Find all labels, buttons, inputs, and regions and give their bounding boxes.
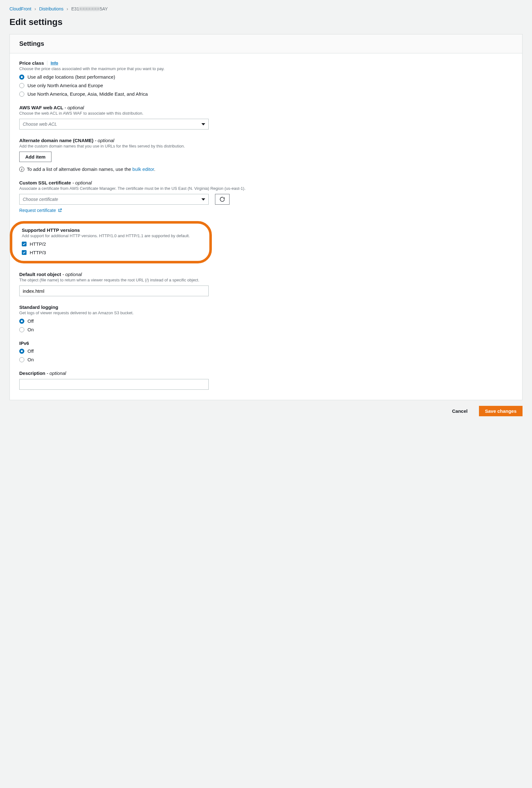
waf-label: AWS WAF web ACL - optional	[19, 105, 84, 110]
root-desc: The object (file name) to return when a …	[19, 278, 513, 282]
ssl-desc: Associate a certificate from AWS Certifi…	[19, 186, 513, 191]
save-button[interactable]: Save changes	[479, 406, 523, 416]
chevron-right-icon: ›	[35, 6, 36, 12]
root-label: Default root object - optional	[19, 272, 82, 277]
logging-label: Standard logging	[19, 304, 58, 310]
cname-note: i To add a list of alternative domain na…	[19, 166, 513, 172]
root-object-field: Default root object - optional The objec…	[19, 272, 513, 296]
waf-placeholder: Choose web ACL	[23, 122, 57, 127]
ssl-label: Custom SSL certificate - optional	[19, 180, 92, 185]
bulk-editor-link[interactable]: bulk editor	[132, 166, 154, 172]
external-link-icon	[58, 208, 62, 213]
breadcrumb: CloudFront › Distributions › E31XXXXXXX5…	[9, 6, 523, 12]
page-title: Edit settings	[9, 17, 523, 27]
ipv6-field: IPv6 Off On	[19, 340, 513, 362]
checkbox-icon	[22, 250, 26, 255]
chevron-right-icon: ›	[67, 6, 68, 12]
description-label: Description - optional	[19, 371, 66, 376]
form-actions: Cancel Save changes	[9, 406, 523, 416]
root-object-input[interactable]	[19, 285, 209, 296]
waf-field: AWS WAF web ACL - optional Choose the we…	[19, 105, 513, 130]
radio-icon	[19, 75, 24, 80]
waf-select[interactable]: Choose web ACL	[19, 119, 209, 130]
breadcrumb-cloudfront[interactable]: CloudFront	[9, 6, 31, 12]
price-class-label: Price class	[19, 60, 44, 66]
ipv6-label: IPv6	[19, 340, 29, 346]
cancel-button[interactable]: Cancel	[446, 406, 473, 416]
waf-desc: Choose the web ACL in AWS WAF to associa…	[19, 111, 513, 116]
request-certificate-link[interactable]: Request certificate	[19, 208, 62, 213]
ssl-placeholder: Choose certificate	[23, 197, 58, 202]
settings-panel: Settings Price class Info Choose the pri…	[9, 34, 523, 400]
checkbox-icon	[22, 242, 26, 247]
panel-header: Settings	[10, 35, 522, 53]
price-class-desc: Choose the price class associated with t…	[19, 66, 513, 71]
breadcrumb-distributions[interactable]: Distributions	[39, 6, 63, 12]
radio-icon	[19, 92, 24, 97]
ssl-field: Custom SSL certificate - optional Associ…	[19, 180, 513, 213]
price-class-option-na-eu-asia[interactable]: Use North America, Europe, Asia, Middle …	[19, 91, 513, 97]
add-item-button[interactable]: Add item	[19, 152, 52, 162]
cname-field: Alternate domain name (CNAME) - optional…	[19, 138, 513, 172]
price-class-field: Price class Info Choose the price class …	[19, 60, 513, 97]
ipv6-on[interactable]: On	[19, 357, 513, 362]
chevron-down-icon	[201, 123, 205, 125]
radio-icon	[19, 83, 24, 88]
refresh-icon	[220, 196, 225, 202]
ssl-select[interactable]: Choose certificate	[19, 194, 209, 205]
panel-title: Settings	[19, 40, 513, 47]
http2-checkbox[interactable]: HTTP/2	[22, 241, 200, 247]
chevron-down-icon	[201, 198, 205, 200]
radio-icon	[19, 319, 24, 324]
logging-desc: Get logs of viewer requests delivered to…	[19, 311, 513, 315]
cname-desc: Add the custom domain names that you use…	[19, 144, 513, 149]
ipv6-off[interactable]: Off	[19, 348, 513, 354]
radio-icon	[19, 349, 24, 354]
radio-icon	[19, 327, 24, 332]
http-desc: Add support for additional HTTP versions…	[22, 233, 200, 238]
cname-label: Alternate domain name (CNAME) - optional	[19, 138, 114, 143]
description-input[interactable]	[19, 379, 209, 390]
radio-icon	[19, 357, 24, 362]
info-link[interactable]: Info	[47, 61, 58, 65]
logging-on[interactable]: On	[19, 327, 513, 332]
info-icon: i	[19, 167, 24, 172]
logging-off[interactable]: Off	[19, 318, 513, 324]
http-label: Supported HTTP versions	[22, 228, 80, 233]
http3-checkbox[interactable]: HTTP/3	[22, 250, 200, 255]
refresh-button[interactable]	[215, 194, 229, 205]
http-versions-field: Supported HTTP versions Add support for …	[19, 221, 513, 263]
logging-field: Standard logging Get logs of viewer requ…	[19, 304, 513, 332]
description-field: Description - optional	[19, 371, 513, 390]
price-class-option-all[interactable]: Use all edge locations (best performance…	[19, 74, 513, 80]
highlight-box: Supported HTTP versions Add support for …	[10, 221, 212, 263]
breadcrumb-current: E31XXXXXXX5AY	[71, 6, 108, 12]
price-class-option-na-eu[interactable]: Use only North America and Europe	[19, 83, 513, 88]
